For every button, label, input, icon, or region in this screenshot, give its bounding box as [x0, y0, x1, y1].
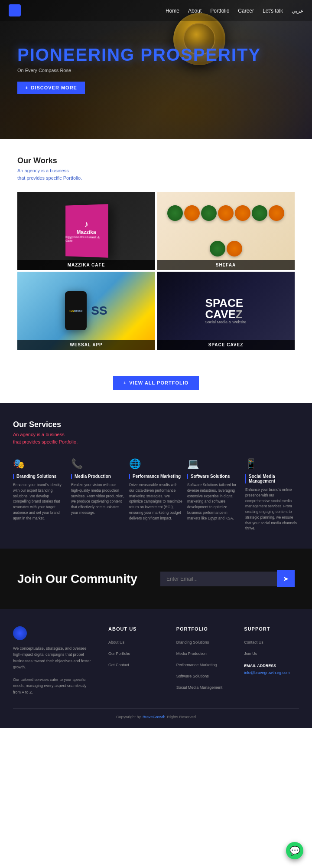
- wessal-bg: SSwessal SS: [17, 272, 155, 350]
- macaron-green-2: [201, 205, 217, 221]
- branding-text: Enhance your brand's identity with our e…: [13, 482, 67, 521]
- footer-rights: Rights Reserved: [167, 715, 196, 719]
- footer-about-col: ABOUT US About Us Our Portfolio Get Cont…: [108, 626, 163, 695]
- macaron-orange-1: [184, 205, 200, 221]
- work-item-shefaa[interactable]: SHEFAA: [157, 192, 295, 270]
- footer-email-label: EMAIL ADDRESS: [244, 664, 299, 668]
- space-subtitle: Social Media & Website: [205, 320, 247, 324]
- footer-portfolio-col: PORTFOLIO Branding Solutions Media Produ…: [176, 626, 231, 695]
- service-performance: 🌐 Performance Marketing Drive measurable…: [129, 458, 183, 531]
- footer: We conceptualize, strategize, and overse…: [0, 609, 312, 728]
- footer-perf-link[interactable]: Performance Marketing: [176, 663, 217, 667]
- nav-links: Home About Portfolio Career Let's talk ع…: [166, 7, 303, 14]
- works-grid: ♪ Mazzika Egyptian Resturant & Cafe MAZZ…: [17, 192, 295, 350]
- shefaa-label: SHEFAA: [157, 260, 295, 270]
- macaron-green-1: [167, 205, 183, 221]
- footer-contactus-link[interactable]: Contact Us: [244, 640, 263, 644]
- mazzika-label: MAZZIKA CAFE: [17, 260, 155, 270]
- footer-support-title: SUPPORT: [244, 626, 299, 631]
- footer-software-link[interactable]: Software Solutions: [176, 674, 209, 678]
- nav-letstalk[interactable]: Let's talk: [263, 8, 283, 14]
- media-icon: 📞: [71, 458, 125, 470]
- mazzika-card: ♪ Mazzika Egyptian Resturant & Cafe: [65, 204, 108, 258]
- plus-icon-2: +: [124, 380, 127, 385]
- spacecavez-bg: SPACECAVEZ Social Media & Website: [157, 272, 295, 350]
- nav-career[interactable]: Career: [238, 8, 254, 14]
- footer-social-link[interactable]: Social Media Management: [176, 685, 223, 690]
- spacecavez-label: SPACE CAVEZ: [157, 340, 295, 350]
- macaron-green-4: [210, 241, 225, 256]
- service-social: 📱 Social Media Management Enhance your b…: [245, 458, 299, 531]
- software-icon: 💻: [187, 458, 241, 470]
- footer-logo-wrap: [13, 626, 95, 640]
- wessal-phone: SSwessal: [65, 291, 87, 330]
- services-title: Our Services: [13, 420, 299, 429]
- nav-portfolio[interactable]: Portfolio: [210, 8, 229, 14]
- mazzika-bg: ♪ Mazzika Egyptian Resturant & Cafe: [17, 192, 155, 270]
- footer-portfolio-links: Branding Solutions Media Production Perf…: [176, 638, 231, 690]
- works-desc: An agency is a businessthat provides spe…: [17, 167, 295, 181]
- macaron-orange-3: [235, 205, 250, 221]
- footer-top: We conceptualize, strategize, and overse…: [13, 626, 299, 695]
- community-section: Join Our Community ➤: [0, 549, 312, 609]
- plus-icon: +: [25, 85, 28, 90]
- nav-home[interactable]: Home: [166, 8, 179, 14]
- view-all-button[interactable]: + VIEW ALL PORTFOLIO: [113, 376, 199, 390]
- performance-text: Drive measurable results with our data-d…: [129, 482, 183, 521]
- footer-brand-col: We conceptualize, strategize, and overse…: [13, 626, 95, 695]
- service-branding: 🎭 Branding Solutions Enhance your brand'…: [13, 458, 67, 531]
- macaron-green-3: [252, 205, 267, 221]
- works-section: Our Works An agency is a businessthat pr…: [0, 139, 312, 363]
- logo: [9, 4, 21, 16]
- work-item-wessal[interactable]: SSwessal SS WESSAL APP: [17, 272, 155, 350]
- social-text: Enhance your brand's online presence wit…: [245, 487, 299, 531]
- footer-copyright: Copywright by: [116, 715, 141, 719]
- footer-about-links: About Us Our Portfolio Get Contact: [108, 638, 163, 668]
- media-text: Realize your vision with our high-qualit…: [71, 482, 125, 516]
- nav-about[interactable]: About: [188, 8, 202, 14]
- software-text: Software Solutions tailored for diverse …: [187, 482, 241, 521]
- service-software: 💻 Software Solutions Software Solutions …: [187, 458, 241, 531]
- footer-bottom: Copywright by BraveGrowth Rights Reserve…: [13, 708, 299, 719]
- view-all-section: + VIEW ALL PORTFOLIO: [0, 363, 312, 403]
- hero-subtitle: On Every Compass Rose: [17, 68, 295, 73]
- discover-more-button[interactable]: + DISCOVER MORE: [17, 82, 85, 94]
- hero-title: PIONEERING PROSPERITY: [17, 45, 295, 64]
- services-desc: An agency is a businessthat provides spe…: [13, 431, 299, 445]
- footer-logo-icon: [13, 626, 27, 640]
- view-all-label: VIEW ALL PORTFOLIO: [129, 380, 188, 385]
- performance-icon: 🌐: [129, 458, 183, 470]
- services-grid: 🎭 Branding Solutions Enhance your brand'…: [13, 458, 299, 531]
- footer-branding-link[interactable]: Branding Solutions: [176, 640, 209, 644]
- nav-arabic[interactable]: عربي: [292, 8, 303, 14]
- hero-btn-label: DISCOVER MORE: [31, 85, 77, 90]
- community-title: Join Our Community: [17, 572, 152, 586]
- footer-about-text: We conceptualize, strategize, and overse…: [13, 645, 95, 695]
- email-form: ➤: [160, 570, 295, 587]
- space-title: SPACECAVEZ: [205, 297, 247, 320]
- footer-about-us-link[interactable]: About Us: [108, 640, 124, 644]
- footer-media-link[interactable]: Media Production: [176, 651, 207, 656]
- work-item-spacecavez[interactable]: SPACECAVEZ Social Media & Website SPACE …: [157, 272, 295, 350]
- social-label: Social Media Management: [245, 474, 299, 483]
- software-label: Software Solutions: [187, 474, 241, 479]
- email-submit-button[interactable]: ➤: [277, 570, 295, 587]
- footer-joinus-link[interactable]: Join Us: [244, 651, 257, 656]
- service-media: 📞 Media Production Realize your vision w…: [71, 458, 125, 531]
- wessal-label: WESSAL APP: [17, 340, 155, 350]
- social-icon: 📱: [245, 458, 299, 470]
- media-label: Media Production: [71, 474, 125, 479]
- branding-label: Branding Solutions: [13, 474, 67, 479]
- email-input[interactable]: [160, 572, 277, 586]
- macaron-orange-2: [218, 205, 234, 221]
- performance-label: Performance Marketing: [129, 474, 183, 479]
- shefaa-bg: [157, 192, 295, 270]
- footer-brand-name: BraveGrowth: [143, 715, 166, 719]
- work-item-mazzika[interactable]: ♪ Mazzika Egyptian Resturant & Cafe MAZZ…: [17, 192, 155, 270]
- footer-contact-link[interactable]: Get Contact: [108, 663, 129, 667]
- branding-icon: 🎭: [13, 458, 67, 470]
- footer-support-col: SUPPORT Contact Us Join Us EMAIL ADDRESS…: [244, 626, 299, 695]
- footer-portfolio-link[interactable]: Our Portfolio: [108, 651, 130, 656]
- music-icon: ♪: [84, 219, 88, 229]
- macaron-orange-4: [269, 205, 284, 221]
